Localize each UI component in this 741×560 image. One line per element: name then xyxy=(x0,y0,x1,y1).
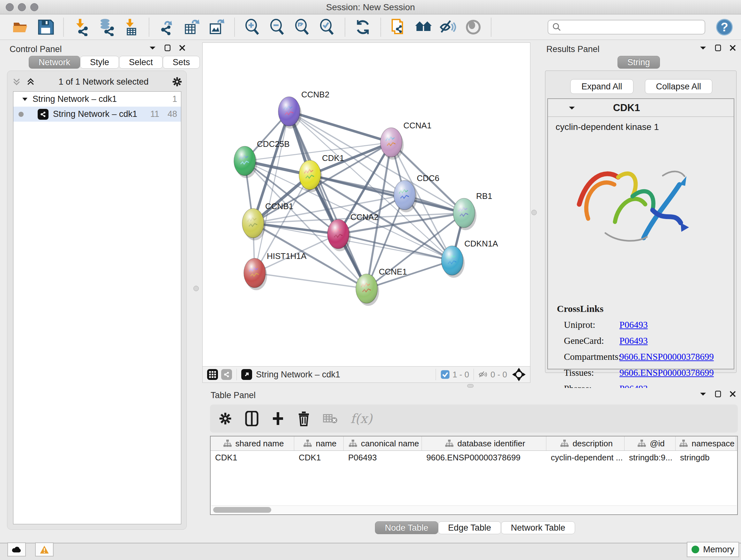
string-protein-query-icon[interactable] xyxy=(389,18,408,37)
save-session-icon[interactable] xyxy=(37,18,55,37)
table-cell[interactable]: stringdb xyxy=(676,451,736,465)
zoom-in-icon[interactable] xyxy=(243,18,262,37)
table-horizontal-scrollbar[interactable] xyxy=(211,505,737,514)
panel-menu-icon[interactable] xyxy=(699,46,706,50)
column-header-shared-name[interactable]: shared name xyxy=(211,436,294,450)
refresh-icon[interactable] xyxy=(354,18,372,37)
fit-content-crosshair-icon[interactable] xyxy=(512,368,526,381)
tab-select[interactable]: Select xyxy=(119,56,163,69)
left-splitter-handle[interactable] xyxy=(193,286,199,291)
table-cell[interactable]: P06493 xyxy=(344,451,422,465)
column-header-namespace[interactable]: namespace xyxy=(676,436,736,450)
bottom-splitter-handle[interactable] xyxy=(467,384,474,388)
export-table-icon[interactable] xyxy=(183,18,201,37)
crosslink-row: GeneCard:P06493 xyxy=(557,335,729,346)
panel-float-icon[interactable] xyxy=(715,44,721,51)
network-node-ccnb2[interactable] xyxy=(278,97,301,129)
export-image-icon[interactable] xyxy=(207,18,226,37)
network-row-selected[interactable]: String Network – cdk1 11 48 xyxy=(13,107,181,122)
tab-sets[interactable]: Sets xyxy=(163,56,200,69)
create-column-icon[interactable] xyxy=(271,411,285,426)
zoom-window-button[interactable] xyxy=(30,3,38,11)
table-cell[interactable]: cyclin-dependent ... xyxy=(546,451,624,465)
open-session-icon[interactable] xyxy=(11,18,30,37)
gene-section-header[interactable]: CDK1 xyxy=(548,99,734,117)
node-table[interactable]: shared namenamecanonical namedatabase id… xyxy=(210,436,738,515)
network-edge[interactable] xyxy=(310,175,464,213)
column-header-description[interactable]: description xyxy=(546,436,624,450)
panel-close-icon[interactable] xyxy=(179,45,185,51)
tab-network-table[interactable]: Network Table xyxy=(501,521,576,534)
search-box[interactable] xyxy=(548,20,705,35)
tree-expander-icon[interactable] xyxy=(22,97,28,102)
network-share-icon[interactable] xyxy=(221,369,232,380)
network-collection-row[interactable]: String Network – cdk1 1 xyxy=(13,91,181,107)
column-header-@id[interactable]: @id xyxy=(624,436,676,450)
table-row[interactable]: CDK1CDK1P064939606.ENSP00000378699cyclin… xyxy=(211,451,737,465)
panel-float-icon[interactable] xyxy=(164,44,171,51)
network-node-ccnb1[interactable] xyxy=(242,208,266,240)
import-network-file-icon[interactable] xyxy=(72,18,91,37)
network-view-canvas[interactable]: CCNB2CCNA1CDC25BCDK1CDC6RB1CCNB1CCNA2CDK… xyxy=(202,43,530,366)
search-input[interactable] xyxy=(562,21,701,34)
expand-all-button[interactable]: Expand All xyxy=(570,79,633,94)
expand-all-icon[interactable] xyxy=(26,77,36,86)
panel-menu-icon[interactable] xyxy=(699,392,706,396)
crosslink-link[interactable]: P06493 xyxy=(619,335,648,346)
hide-glasses-icon[interactable] xyxy=(439,18,458,37)
crosslink-link[interactable]: 9606.ENSP00000378699 xyxy=(619,352,714,362)
network-edge[interactable] xyxy=(289,111,391,142)
tab-network[interactable]: Network xyxy=(29,56,80,69)
table-cell[interactable]: CDK1 xyxy=(211,451,294,465)
table-cell[interactable]: CDK1 xyxy=(294,451,344,465)
tab-edge-table[interactable]: Edge Table xyxy=(438,521,501,534)
column-header-database-identifier[interactable]: database identifier xyxy=(422,436,546,450)
close-window-button[interactable] xyxy=(6,3,14,11)
export-network-icon[interactable] xyxy=(158,18,176,37)
network-node-ccna2[interactable] xyxy=(327,219,351,251)
warning-status-button[interactable] xyxy=(35,543,54,557)
panel-float-icon[interactable] xyxy=(715,390,721,397)
panel-menu-icon[interactable] xyxy=(149,46,156,50)
import-network-database-icon[interactable] xyxy=(97,18,116,37)
help-button[interactable]: ? xyxy=(716,19,733,36)
home-networks-icon[interactable] xyxy=(414,18,433,37)
network-node-ccne1[interactable] xyxy=(356,274,379,306)
section-expander-icon[interactable] xyxy=(568,106,576,110)
network-node-rb1[interactable] xyxy=(453,198,476,230)
tab-style[interactable]: Style xyxy=(80,56,119,69)
panel-close-icon[interactable] xyxy=(730,45,736,51)
zoom-out-icon[interactable] xyxy=(268,18,286,37)
right-splitter-handle[interactable] xyxy=(531,210,537,215)
hidden-glasses-icon[interactable] xyxy=(478,370,488,379)
network-edge[interactable] xyxy=(255,273,367,289)
column-header-name[interactable]: name xyxy=(294,436,344,450)
network-node-hist1h1a[interactable] xyxy=(244,258,267,290)
crosslink-link[interactable]: 9606.ENSP00000378699 xyxy=(619,368,714,378)
minimize-window-button[interactable] xyxy=(18,3,26,11)
zoom-selected-icon[interactable] xyxy=(318,18,336,37)
tab-node-table[interactable]: Node Table xyxy=(375,521,438,534)
panel-close-icon[interactable] xyxy=(730,391,736,397)
zoom-fit-icon[interactable] xyxy=(293,18,312,37)
collapse-all-button[interactable]: Collapse All xyxy=(645,79,712,94)
network-edge[interactable] xyxy=(289,111,367,289)
selected-checkbox-icon[interactable] xyxy=(441,370,450,379)
memory-button[interactable]: Memory xyxy=(687,542,739,557)
table-cell[interactable]: stringdb:9... xyxy=(624,451,676,465)
cloud-status-button[interactable] xyxy=(7,543,26,557)
birdseye-grid-icon[interactable] xyxy=(207,369,218,380)
collapse-all-icon[interactable] xyxy=(12,77,21,86)
table-options-gear-icon[interactable] xyxy=(218,412,232,426)
network-options-gear-icon[interactable] xyxy=(172,76,183,87)
import-table-icon[interactable] xyxy=(122,18,140,37)
table-cell[interactable]: 9606.ENSP00000378699 xyxy=(422,451,546,465)
network-node-cdkn1a[interactable] xyxy=(441,246,465,278)
goto-network-icon[interactable] xyxy=(241,369,252,380)
crosslink-link[interactable]: P06493 xyxy=(619,320,648,330)
delete-column-trash-icon[interactable] xyxy=(297,411,310,426)
show-columns-icon[interactable] xyxy=(245,411,259,426)
scrollbar-thumb[interactable] xyxy=(213,507,271,513)
tab-string[interactable]: String xyxy=(617,56,660,69)
column-header-canonical-name[interactable]: canonical name xyxy=(344,436,422,450)
